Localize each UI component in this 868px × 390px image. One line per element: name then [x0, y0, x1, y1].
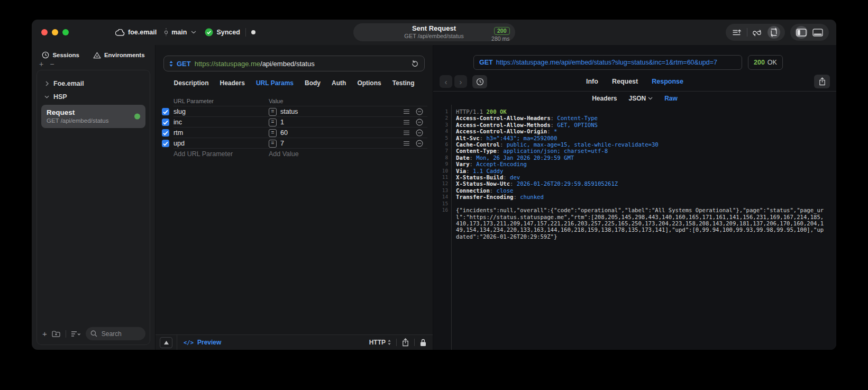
tab-environments[interactable]: Environments	[93, 51, 145, 59]
import-export-button[interactable]	[730, 26, 743, 39]
title-status: 200 280 ms	[491, 25, 509, 42]
param-delete-button[interactable]	[416, 119, 428, 126]
param-checkbox[interactable]	[162, 129, 169, 137]
repeat-request-button[interactable]	[768, 26, 780, 39]
protocol-select[interactable]: HTTP	[369, 339, 391, 346]
response-subtab-json[interactable]: JSON	[629, 95, 653, 102]
request-status-dot	[134, 114, 140, 120]
tab-sessions[interactable]: Sessions	[42, 51, 79, 59]
reload-button[interactable]	[411, 60, 419, 68]
chevron-down-icon	[44, 95, 49, 98]
param-name[interactable]: upd	[173, 140, 257, 147]
sidebar-bottom-divider	[66, 330, 66, 338]
param-name[interactable]: rtm	[173, 129, 257, 137]
search-input[interactable]	[100, 330, 141, 338]
param-delete-button[interactable]	[416, 108, 428, 115]
param-name[interactable]: inc	[173, 119, 257, 126]
method-select-arrows-icon[interactable]	[169, 61, 173, 67]
param-delete-button[interactable]	[416, 140, 428, 147]
url-host: https://statuspage.me	[195, 60, 260, 68]
zoom-window-button[interactable]	[62, 29, 69, 35]
sent-request-url-box[interactable]: GET https://statuspage.me/api/embed/stat…	[473, 55, 742, 70]
sync-label: Synced	[216, 29, 240, 36]
forward-button[interactable]: ›	[454, 75, 467, 88]
branch-selector[interactable]: main	[164, 28, 196, 37]
sort-options-button[interactable]	[71, 331, 81, 337]
param-options-button[interactable]	[403, 130, 416, 135]
back-button[interactable]: ‹	[440, 75, 452, 88]
tab-body[interactable]: Body	[305, 79, 321, 87]
sync-status[interactable]: Synced	[205, 28, 240, 37]
new-request-button[interactable]: +	[42, 330, 47, 338]
response-tab-response[interactable]: Response	[652, 78, 683, 85]
bottom-panel-layout-icon	[812, 29, 823, 37]
toolbar-group-actions	[726, 24, 785, 41]
add-value-placeholder[interactable]: Add Value	[257, 150, 403, 158]
line-number: 14	[433, 194, 451, 200]
new-folder-button[interactable]	[52, 330, 61, 338]
request-title-pill[interactable]: Sent Request GET /api/embed/status 200 2…	[353, 23, 515, 41]
tab-testing[interactable]: Testing	[392, 79, 415, 87]
param-value[interactable]: status	[280, 108, 298, 115]
response-header-line: 9Vary: Accept-Encoding	[433, 161, 836, 167]
protocol-label: HTTP	[369, 339, 386, 346]
param-options-button[interactable]	[403, 141, 416, 146]
unsaved-indicator-dot	[251, 30, 255, 34]
response-header-line: 14Transfer-Encoding: chunked	[433, 194, 836, 200]
response-subtab-raw[interactable]: Raw	[664, 95, 678, 102]
response-nav: InfoRequestResponse ‹ ›	[433, 72, 836, 91]
param-options-button[interactable]	[403, 109, 416, 114]
tab-headers[interactable]: Headers	[220, 79, 245, 87]
preview-button[interactable]: </> Preview	[177, 339, 227, 346]
param-value[interactable]: 60	[280, 129, 288, 137]
line-number: 6	[433, 141, 451, 148]
param-value[interactable]: 1	[280, 119, 284, 126]
method-label[interactable]: GET	[177, 60, 191, 68]
response-header-line: 3Access-Control-Allow-Methods: GET, OPTI…	[433, 122, 836, 128]
search-field[interactable]	[86, 327, 145, 340]
remove-item-button[interactable]: −	[50, 61, 54, 67]
merge-flow-button[interactable]	[751, 26, 764, 39]
tab-url-params[interactable]: URL Params	[256, 79, 294, 87]
toggle-sidebar-button[interactable]	[795, 26, 808, 39]
cloud-account-button[interactable]: foe.email	[115, 29, 157, 36]
titlebar-separator	[245, 28, 246, 37]
panel-up-button[interactable]	[160, 337, 172, 348]
tab-auth[interactable]: Auth	[332, 79, 346, 87]
response-subtab-headers[interactable]: Headers	[592, 95, 617, 102]
response-header-line: 5Alt-Svc: h3=":443"; ma=2592000	[433, 135, 836, 141]
collapse-panel-button[interactable]	[156, 335, 177, 350]
minimize-window-button[interactable]	[52, 29, 58, 35]
response-raw: 1HTTP/1.1 200 OK2Access-Control-Allow-He…	[433, 108, 836, 240]
request-list-item-selected[interactable]: Request GET /api/embed/status	[41, 105, 145, 128]
url-bar[interactable]: GET https://statuspage.me/api/embed/stat…	[163, 56, 425, 71]
param-name[interactable]: slug	[173, 108, 257, 115]
tab-description[interactable]: Description	[174, 79, 209, 87]
param-delete-button[interactable]	[416, 129, 428, 137]
add-param-placeholder[interactable]: Add URL Parameter	[173, 150, 257, 158]
param-value[interactable]: 7	[280, 140, 284, 147]
share-icon	[402, 338, 409, 347]
response-tab-request[interactable]: Request	[612, 78, 638, 85]
export-button[interactable]	[402, 338, 409, 347]
export-response-button[interactable]	[814, 75, 830, 88]
sessions-panel: Foe.email HSP Request GET /api/embed/sta…	[36, 70, 150, 345]
response-tab-info[interactable]: Info	[586, 78, 598, 85]
line-number: 10	[433, 168, 451, 174]
toggle-bottom-panel-button[interactable]	[811, 26, 824, 39]
add-param-row[interactable]: Add URL Parameter Add Value	[159, 149, 428, 159]
sidebar: Sessions Environments + −	[32, 45, 156, 350]
tab-options[interactable]: Options	[357, 79, 381, 87]
param-options-button[interactable]	[403, 120, 416, 125]
add-item-button[interactable]: +	[39, 61, 43, 67]
param-checkbox[interactable]	[162, 119, 169, 126]
history-button[interactable]	[472, 75, 487, 88]
param-checkbox[interactable]	[162, 140, 169, 147]
lock-button[interactable]	[420, 339, 426, 347]
param-header-label: URL Parameter	[173, 98, 257, 104]
share-icon	[819, 77, 826, 86]
close-window-button[interactable]	[41, 29, 48, 35]
tree-item-hsp[interactable]: HSP	[41, 90, 145, 103]
tree-item-foe-email[interactable]: Foe.email	[41, 77, 145, 90]
param-checkbox[interactable]	[162, 108, 169, 115]
